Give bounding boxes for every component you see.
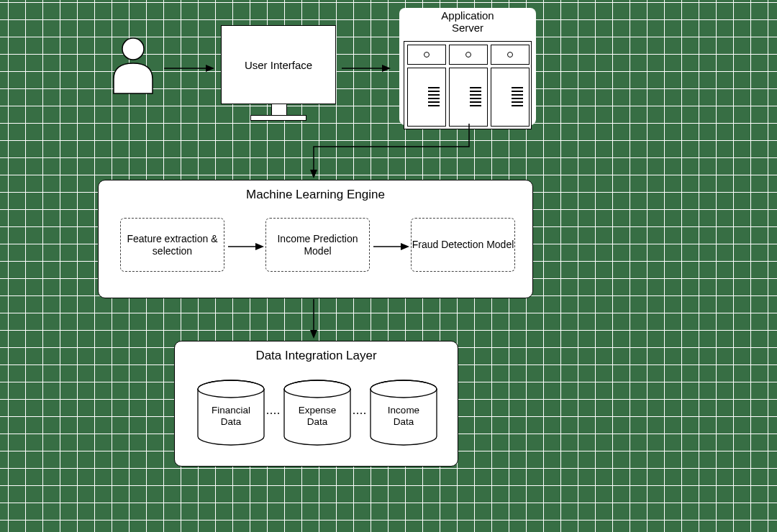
arrow-icon: [342, 61, 391, 75]
feature-extraction-node: Feature extraction & selection: [120, 218, 224, 272]
income-prediction-node: Income Prediction Model: [265, 218, 370, 272]
db-label: Income: [388, 405, 419, 416]
svg-marker-5: [310, 170, 317, 178]
dotted-connector-icon: [353, 411, 368, 416]
app-server-title2: Server: [452, 22, 483, 34]
arrow-icon: [228, 239, 264, 254]
data-integration-title: Data Integration Layer: [175, 349, 458, 363]
svg-marker-9: [401, 243, 409, 250]
data-integration-panel: Data Integration Layer FinancialData Exp…: [174, 341, 458, 467]
arrow-icon: [306, 299, 321, 339]
arrow-icon: [164, 61, 214, 75]
person-icon: [108, 36, 158, 101]
dotted-connector-icon: [267, 411, 281, 416]
svg-marker-7: [255, 243, 264, 250]
fraud-detection-node: Fraud Detection Model: [411, 218, 515, 272]
svg-marker-4: [382, 65, 391, 72]
ml-engine-panel: Machine Learning Engine Feature extracti…: [98, 180, 533, 298]
financial-data-db: FinancialData: [195, 379, 267, 451]
svg-marker-11: [310, 330, 317, 339]
db-label: Financial: [212, 405, 250, 416]
feature-extraction-label: Feature extraction & selection: [121, 233, 224, 257]
ml-engine-title: Machine Learning Engine: [99, 188, 532, 202]
db-label: Data: [221, 416, 242, 426]
income-prediction-label: Income Prediction Model: [266, 233, 369, 257]
db-label: Data: [394, 416, 414, 426]
fraud-detection-label: Fraud Detection Model: [412, 239, 514, 251]
app-server-title1: Application: [441, 9, 494, 22]
db-label: Expense: [299, 405, 337, 416]
svg-marker-2: [206, 65, 214, 72]
income-data-db: IncomeData: [368, 379, 440, 451]
expense-data-db: ExpenseData: [281, 379, 353, 451]
user-interface-label: User Interface: [245, 59, 312, 71]
arrow-icon: [373, 239, 409, 254]
db-label: Data: [307, 416, 328, 426]
application-server-node: Application Server: [399, 8, 536, 125]
arrow-icon: [309, 124, 475, 180]
svg-point-0: [122, 38, 144, 60]
